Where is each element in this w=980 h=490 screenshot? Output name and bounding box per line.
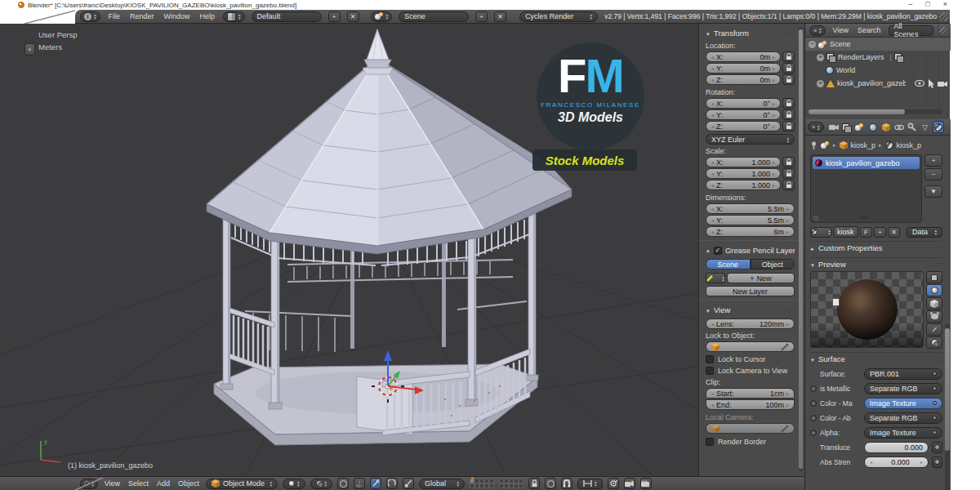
panel-grip[interactable] (933, 355, 942, 363)
scale-x-field[interactable]: X:1.000 (706, 157, 781, 167)
outliner-row-scene[interactable]: − Scene (805, 38, 951, 51)
translucency-slider[interactable]: 0.000 (864, 442, 929, 453)
color-ab-input-dropdown[interactable]: Separate RGB (864, 412, 942, 424)
preview-flat-button[interactable] (926, 271, 942, 283)
tab-render[interactable] (828, 121, 840, 133)
outliner-menu-search[interactable]: Search (856, 26, 883, 34)
scene-icon[interactable] (821, 141, 830, 149)
viewport-menu-object[interactable]: Object (176, 479, 201, 488)
tab-world[interactable] (867, 121, 879, 133)
surface-header[interactable]: Surface (810, 352, 942, 365)
lock-icon[interactable] (782, 74, 795, 85)
scale-z-field[interactable]: Z:1.000 (706, 180, 781, 190)
viewport-3d[interactable]: + User Persp Meters FM FRANCESCO MILANES… (0, 24, 698, 476)
panel-grip[interactable] (933, 261, 942, 269)
outliner-menu-view[interactable]: View (831, 26, 850, 34)
outliner-row-renderlayers[interactable]: + RenderLayers | (805, 51, 951, 64)
manipulator-axes-icon[interactable] (354, 478, 365, 489)
panel-grip[interactable] (933, 244, 942, 252)
tab-scene[interactable] (854, 121, 866, 133)
tab-render-layers[interactable] (841, 121, 853, 133)
layers-grid-1[interactable] (470, 479, 494, 488)
lock-icon[interactable] (782, 121, 795, 131)
fake-user-button[interactable]: F (860, 227, 872, 238)
menu-file[interactable]: File (107, 12, 122, 20)
preview-hair-button[interactable]: ⁄⁄⁄ (926, 323, 942, 336)
area-corner-grip[interactable] (939, 27, 947, 34)
opengl-render-button[interactable] (624, 478, 635, 489)
editor-type-selector[interactable] (80, 11, 100, 22)
viewport-menu-select[interactable]: Select (127, 479, 150, 488)
location-z-field[interactable]: Z:0m (706, 74, 781, 85)
gp-new-button[interactable]: +New (727, 273, 795, 283)
menu-render[interactable]: Render (128, 12, 156, 20)
pivot-align-toggle[interactable] (337, 478, 349, 489)
dimension-z-field[interactable]: Z:6m (706, 226, 795, 237)
panel-grip[interactable] (786, 306, 795, 314)
transform-panel-header[interactable]: Transform (706, 27, 795, 39)
lens-field[interactable]: Lens:120mm (706, 318, 795, 329)
outliner-scrollbar[interactable] (808, 109, 942, 114)
breadcrumb-object[interactable]: kiosk_p (851, 141, 876, 149)
preview-world-button[interactable] (926, 336, 942, 349)
dimension-y-field[interactable]: Y:5.5m (706, 215, 795, 225)
manipulator-rotate-toggle[interactable] (386, 478, 398, 489)
menu-help[interactable]: Help (198, 12, 217, 20)
pivot-point-dropdown[interactable] (310, 479, 333, 489)
add-scene-button[interactable]: + (475, 11, 488, 22)
socket-button[interactable] (932, 457, 942, 468)
tab-material[interactable] (933, 121, 944, 133)
gp-source-object-tab[interactable]: Object (751, 259, 795, 270)
socket-button[interactable] (932, 442, 942, 453)
scene-name[interactable]: Scene (399, 11, 469, 22)
tab-modifiers[interactable] (906, 121, 918, 133)
manipulator-translate-toggle[interactable] (370, 478, 381, 489)
lock-camera-checkbox[interactable] (706, 367, 714, 375)
alpha-input-dropdown[interactable]: Image Texture (864, 427, 942, 439)
eyedropper-icon[interactable] (781, 343, 789, 351)
screen-layout-name[interactable]: Default (252, 11, 322, 22)
expand-icon[interactable]: + (817, 54, 824, 61)
opengl-render-anim-button[interactable] (640, 478, 652, 489)
area-corner-grip[interactable] (939, 12, 948, 21)
rotation-x-field[interactable]: X:0° (706, 98, 781, 109)
scene-lock-toggle[interactable] (528, 478, 540, 489)
gazebo-model[interactable] (207, 29, 572, 445)
expand-icon[interactable]: + (817, 80, 824, 87)
surface-shader-dropdown[interactable]: PBR.001 (864, 368, 942, 380)
grease-pencil-panel-header[interactable]: Grease Pencil Layer (706, 244, 795, 256)
remove-scene-button[interactable]: ✕ (494, 11, 506, 22)
npanel-scrollbar[interactable] (799, 27, 803, 471)
scale-y-field[interactable]: Y:1.000 (706, 168, 781, 179)
tab-object[interactable] (880, 121, 892, 133)
render-border-checkbox[interactable] (706, 438, 714, 446)
unlink-material-button[interactable]: ✕ (888, 227, 900, 238)
orientation-dropdown[interactable]: Global (419, 479, 465, 489)
rotation-z-field[interactable]: Z:0° (706, 121, 781, 131)
selectability-cursor-icon[interactable] (927, 79, 935, 88)
rotation-y-field[interactable]: Y:0° (706, 109, 781, 120)
outliner-row-object[interactable]: + kiosk_pavilion_gazebo (805, 77, 951, 90)
metallic-input-dropdown[interactable]: Separate RGB (864, 383, 942, 394)
list-resize-grip[interactable]: ══ (861, 214, 870, 221)
lock-icon[interactable] (782, 51, 795, 62)
mode-dropdown[interactable]: Object Mode (206, 479, 278, 489)
manipulator-scale-toggle[interactable] (403, 478, 414, 489)
editor-type-selector[interactable]: ≡ (808, 122, 824, 132)
outliner-row-world[interactable]: World (805, 64, 951, 77)
render-engine-dropdown[interactable]: Cycles Render (519, 11, 598, 22)
lock-icon[interactable] (782, 63, 795, 74)
screen-layout-selector[interactable] (223, 11, 245, 22)
tab-constraints[interactable] (893, 121, 905, 133)
absorption-strength-slider[interactable]: 0.000 (864, 457, 929, 468)
snap-element-dropdown[interactable] (577, 479, 603, 489)
toolbar-expand-button[interactable]: + (24, 43, 35, 56)
render-restrict-camera-icon[interactable] (938, 80, 947, 87)
preview-monkey-button[interactable] (926, 310, 942, 323)
material-slot-active[interactable]: kiosk_pavilion_gazebo (813, 157, 920, 169)
lock-icon[interactable] (782, 109, 795, 120)
location-x-field[interactable]: X:0m (706, 51, 781, 62)
snap-magnet-toggle[interactable] (561, 478, 572, 489)
preview-sphere-button[interactable] (926, 284, 942, 296)
eyedropper-icon[interactable] (781, 425, 789, 433)
